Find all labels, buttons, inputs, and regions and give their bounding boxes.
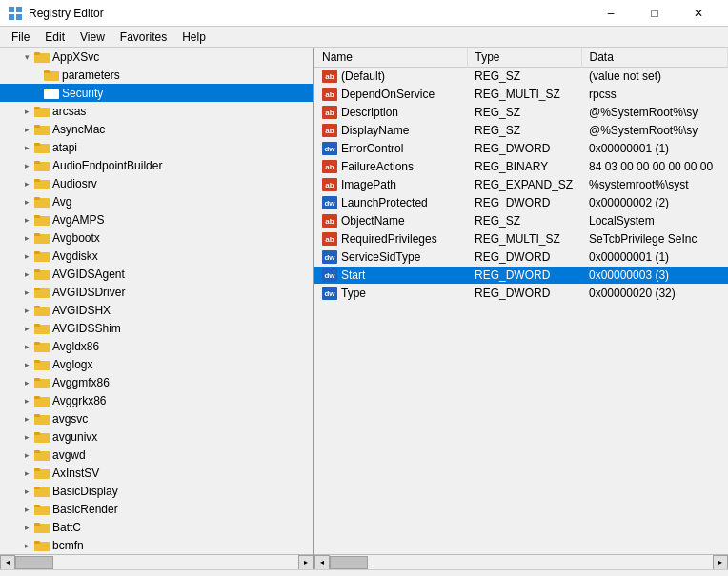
col-data[interactable]: Data [581, 48, 728, 68]
table-row[interactable]: ab RequiredPrivileges REG_MULTI_SZ SeTcb… [314, 230, 728, 248]
cell-type: REG_SZ [467, 68, 581, 86]
tree-item-atapi[interactable]: atapi [0, 138, 313, 156]
hscroll-track-left[interactable] [15, 555, 298, 570]
tree-item-arcsas[interactable]: arcsas [0, 102, 313, 120]
table-row[interactable]: ab DisplayName REG_SZ @%SystemRoot%\sy [314, 122, 728, 140]
folder-icon [34, 105, 50, 118]
hscroll-thumb-left[interactable] [15, 556, 53, 569]
tree-item-avgunivx[interactable]: avgunivx [0, 427, 313, 446]
tree-item-avgidsshim[interactable]: AVGIDSShim [0, 319, 313, 337]
tree-item-avglogx[interactable]: Avglogx [0, 355, 313, 373]
table-row[interactable]: ab ImagePath REG_EXPAND_SZ %systemroot%\… [314, 176, 728, 194]
tree-item-avgsvc[interactable]: avgsvc [0, 409, 313, 427]
expand-btn[interactable] [19, 212, 34, 228]
expand-btn[interactable] [19, 447, 34, 463]
tree-item-security[interactable]: Security [0, 84, 313, 102]
menu-item-favorites[interactable]: Favorites [112, 29, 174, 46]
expand-btn[interactable] [19, 176, 34, 191]
data-hscroll-thumb[interactable] [330, 556, 368, 569]
menu-item-edit[interactable]: Edit [37, 29, 72, 46]
tree-item-avgwd[interactable]: avgwd [0, 446, 313, 464]
tree-item-asyncmac[interactable]: AsyncMac [0, 120, 313, 138]
expand-btn[interactable] [19, 484, 34, 499]
data-hscroll[interactable]: ◂ ▸ [314, 554, 728, 569]
expand-btn[interactable] [19, 538, 34, 553]
expand-btn[interactable] [19, 50, 34, 65]
data-hscroll-right[interactable]: ▸ [713, 555, 728, 570]
expand-btn[interactable] [19, 303, 34, 318]
tree-item-avggrkx86[interactable]: Avggrkx86 [0, 391, 313, 409]
hscroll-right[interactable]: ▸ [298, 555, 313, 570]
hscroll-left[interactable]: ◂ [0, 555, 15, 570]
window-controls: – □ ✕ [589, 0, 720, 27]
folder-icon [34, 485, 50, 498]
col-name[interactable]: Name [314, 48, 467, 68]
table-row[interactable]: dw ServiceSidType REG_DWORD 0x00000001 (… [314, 248, 728, 267]
tree-item-avg[interactable]: Avg [0, 192, 313, 210]
expand-btn[interactable] [19, 466, 34, 481]
tree-item-basicrender[interactable]: BasicRender [0, 500, 313, 518]
table-row[interactable]: dw Start REG_DWORD 0x00000003 (3) [314, 267, 728, 285]
cell-name: dw LaunchProtected [314, 194, 467, 212]
minimize-button[interactable]: – [589, 0, 633, 27]
cell-data: 0x00000003 (3) [581, 267, 728, 285]
tree-item-avgidsagent[interactable]: AVGIDSAgent [0, 265, 313, 283]
expand-btn[interactable] [19, 375, 34, 390]
expand-btn[interactable] [19, 230, 34, 246]
expand-btn[interactable] [19, 357, 34, 372]
expand-btn[interactable] [19, 429, 34, 445]
table-row[interactable]: ab DependOnService REG_MULTI_SZ rpcss [314, 86, 728, 104]
tree-item-bcmfn[interactable]: bcmfn [0, 536, 313, 554]
tree-item-parameters[interactable]: parameters [0, 66, 313, 84]
tree-item-avgldx86[interactable]: Avgldx86 [0, 337, 313, 355]
expand-btn[interactable] [19, 122, 34, 137]
menu-item-help[interactable]: Help [174, 29, 213, 46]
tree-container[interactable]: AppXSvc parameters Security arcsas Async [0, 48, 313, 554]
title-bar: Registry Editor – □ ✕ [0, 0, 728, 27]
tree-item-avgidsdriver[interactable]: AVGIDSDriver [0, 283, 313, 301]
expand-btn[interactable] [19, 285, 34, 300]
expand-btn[interactable] [19, 502, 34, 517]
tree-item-avgdiskx[interactable]: Avgdiskx [0, 247, 313, 265]
svg-rect-111 [34, 523, 40, 526]
expand-btn[interactable] [19, 520, 34, 535]
menu-item-view[interactable]: View [72, 29, 112, 46]
table-row[interactable]: ab ObjectName REG_SZ LocalSystem [314, 212, 728, 230]
expand-btn[interactable] [19, 411, 34, 427]
tree-item-avgbootx[interactable]: Avgbootx [0, 228, 313, 247]
expand-btn[interactable] [19, 248, 34, 264]
expand-btn[interactable] [19, 158, 34, 173]
data-table-container[interactable]: Name Type Data ab (Default) REG_SZ (valu… [314, 48, 728, 554]
tree-item-avgidshx[interactable]: AVGIDSHX [0, 301, 313, 319]
tree-hscroll[interactable]: ◂ ▸ [0, 554, 313, 569]
expand-btn[interactable] [19, 104, 34, 119]
col-type[interactable]: Type [467, 48, 581, 68]
folder-icon [34, 268, 50, 281]
tree-item-audiosrv[interactable]: Audiosrv [0, 174, 313, 192]
expand-btn[interactable] [19, 140, 34, 155]
tree-label: AVGIDSDriver [52, 286, 125, 299]
expand-btn[interactable] [19, 321, 34, 336]
tree-item-battc[interactable]: BattC [0, 518, 313, 536]
data-hscroll-track[interactable] [330, 555, 713, 570]
tree-item-appxsvc[interactable]: AppXSvc [0, 48, 313, 66]
expand-btn[interactable] [19, 267, 34, 282]
tree-item-avgamps[interactable]: AvgAMPS [0, 210, 313, 228]
table-row[interactable]: dw ErrorControl REG_DWORD 0x00000001 (1) [314, 140, 728, 158]
expand-btn[interactable] [19, 339, 34, 354]
table-row[interactable]: ab Description REG_SZ @%SystemRoot%\sy [314, 104, 728, 122]
data-hscroll-left[interactable]: ◂ [314, 555, 330, 570]
expand-btn[interactable] [19, 194, 34, 209]
table-row[interactable]: dw LaunchProtected REG_DWORD 0x00000002 … [314, 194, 728, 212]
tree-item-avggmfx86[interactable]: Avggmfx86 [0, 373, 313, 391]
tree-item-axinstsv[interactable]: AxInstSV [0, 464, 313, 482]
menu-item-file[interactable]: File [4, 29, 37, 46]
table-row[interactable]: ab FailureActions REG_BINARY 84 03 00 00… [314, 158, 728, 176]
maximize-button[interactable]: □ [633, 0, 677, 27]
table-row[interactable]: dw Type REG_DWORD 0x00000020 (32) [314, 285, 728, 303]
tree-item-basicdisplay[interactable]: BasicDisplay [0, 482, 313, 500]
expand-btn[interactable] [19, 393, 34, 408]
close-button[interactable]: ✕ [677, 0, 720, 27]
tree-item-audioendpointbuilder[interactable]: AudioEndpointBuilder [0, 156, 313, 174]
table-row[interactable]: ab (Default) REG_SZ (value not set) [314, 68, 728, 86]
